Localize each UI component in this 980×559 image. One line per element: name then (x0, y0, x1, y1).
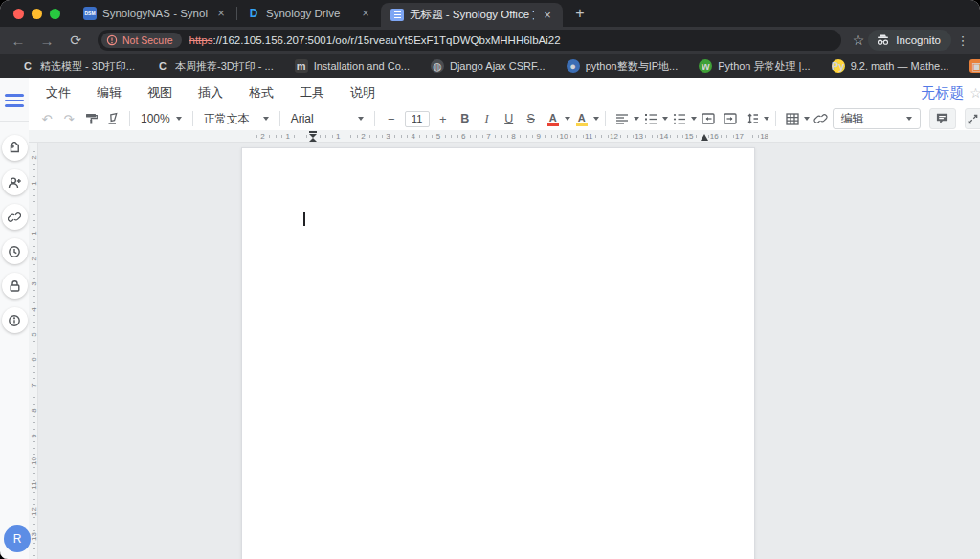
ruler-tick (357, 135, 358, 138)
bookmark-star-icon[interactable]: ☆ (853, 33, 865, 48)
ruler-number: 10 (30, 457, 38, 466)
address-bar[interactable]: Not Secure https://162.105.156.207:5001/… (98, 30, 841, 51)
chevron-down-icon[interactable] (691, 117, 697, 121)
menu-file[interactable]: 文件 (46, 84, 71, 101)
font-family-select[interactable]: Arial (286, 109, 368, 129)
decrease-font-size-button[interactable]: − (381, 109, 402, 129)
document-info-button[interactable] (2, 307, 28, 333)
version-history-button[interactable] (2, 238, 28, 264)
bookmark-item[interactable]: Py9.2. math — Mathe... (824, 56, 957, 76)
clear-formatting-icon[interactable] (102, 109, 123, 129)
share-button[interactable] (2, 169, 28, 195)
user-avatar[interactable]: R (4, 525, 31, 552)
ruler-tick (33, 366, 35, 367)
ruler-number: 6 (461, 132, 465, 141)
ruler-tick (470, 135, 471, 138)
tab-synology-nas[interactable]: DSM SynologyNAS - Synology NAS × (74, 0, 236, 27)
tab-synology-drive[interactable]: D Synology Drive × (237, 0, 381, 27)
ruler-tick (33, 322, 35, 323)
italic-button[interactable]: I (477, 109, 498, 129)
share-link-button[interactable] (2, 204, 28, 230)
editing-mode-select[interactable]: 编辑 (833, 108, 921, 129)
tab-close-icon[interactable]: × (213, 6, 229, 21)
menu-edit[interactable]: 编辑 (97, 84, 122, 101)
maximize-window-button[interactable] (50, 9, 60, 19)
bookmark-item[interactable]: mInstallation and Co... (287, 56, 417, 76)
undo-icon[interactable]: ↶ (36, 109, 57, 129)
format-painter-icon[interactable] (80, 109, 101, 129)
ruler-tick (33, 416, 35, 417)
chevron-down-icon[interactable] (764, 117, 769, 121)
back-icon[interactable]: ← (6, 28, 31, 53)
ruler-tick (33, 548, 35, 549)
creality-icon: C (21, 59, 34, 73)
chevron-down-icon[interactable] (662, 117, 668, 121)
close-window-button[interactable] (13, 9, 24, 19)
chevron-down-icon[interactable] (804, 117, 810, 121)
chevron-down-icon[interactable] (565, 117, 570, 121)
paragraph-style-select[interactable]: 正常文本 (199, 109, 274, 129)
ruler-tick (696, 135, 697, 138)
reload-icon[interactable]: ⟳ (63, 28, 88, 53)
hamburger-menu-icon[interactable] (5, 86, 24, 115)
strikethrough-button[interactable]: S (521, 109, 542, 129)
font-size-input[interactable]: 11 (405, 111, 430, 127)
ruler-tick (645, 135, 646, 138)
fullscreen-button[interactable] (965, 108, 980, 129)
ruler-tick (33, 264, 35, 265)
new-tab-button[interactable]: + (568, 2, 591, 25)
protect-button[interactable] (2, 273, 28, 299)
menu-tools[interactable]: 工具 (300, 84, 324, 101)
redo-icon[interactable]: ↷ (58, 109, 79, 129)
tab-synology-office-active[interactable]: 无标题 - Synology Office 文档 × (381, 3, 563, 27)
bulleted-list-button[interactable] (669, 109, 690, 129)
numbered-list-button[interactable] (640, 109, 661, 129)
increase-indent-button[interactable] (720, 109, 741, 129)
bookmark-item[interactable]: wPython 异常处理 |... (691, 56, 817, 76)
not-secure-badge[interactable]: Not Secure (101, 33, 182, 48)
decrease-indent-button[interactable] (698, 109, 719, 129)
bookmark-item[interactable]: ▣General Template... (962, 56, 980, 76)
chevron-down-icon[interactable] (593, 117, 599, 121)
bookmark-item[interactable]: ●python整数与IP地... (559, 56, 686, 76)
indent-marker[interactable] (309, 131, 317, 142)
ruler-tick (33, 252, 35, 253)
underline-button[interactable]: U (499, 109, 520, 129)
comment-button[interactable] (929, 108, 956, 129)
incognito-badge: Incognito (868, 30, 951, 51)
favorite-star-icon[interactable]: ☆ (969, 85, 980, 101)
line-spacing-button[interactable] (742, 109, 763, 129)
document-page[interactable] (241, 147, 755, 559)
ruler-tick (426, 135, 427, 138)
text-color-button[interactable]: A (543, 109, 564, 129)
ruler-tick (33, 391, 35, 391)
tab-close-icon[interactable]: × (358, 6, 373, 21)
menu-view[interactable]: 视图 (147, 84, 172, 101)
insert-link-button[interactable] (811, 109, 832, 129)
align-button[interactable] (612, 109, 633, 129)
menu-help[interactable]: 说明 (350, 84, 375, 101)
bookmark-item[interactable]: C精选模型 - 3D打印... (13, 56, 143, 76)
horizontal-ruler[interactable]: 21123456789101112131415161718 (29, 130, 980, 143)
menu-insert[interactable]: 插入 (198, 84, 223, 101)
document-title[interactable]: 无标题 (921, 84, 964, 102)
label-tag-button[interactable] (2, 135, 28, 161)
ruler-tick (401, 135, 402, 138)
menu-format[interactable]: 格式 (249, 84, 274, 101)
bookmark-item[interactable]: ◍Django Ajax CSRF... (423, 56, 553, 76)
forward-icon[interactable]: → (34, 28, 59, 53)
chevron-down-icon[interactable] (634, 117, 639, 121)
insert-table-button[interactable] (782, 109, 803, 129)
highlight-color-button[interactable]: A (571, 109, 592, 129)
tab-close-icon[interactable]: × (540, 8, 555, 23)
ruler-tick (345, 135, 345, 138)
minimize-window-button[interactable] (32, 9, 42, 19)
bookmark-item[interactable]: C本周推荐-3D打印 - ... (148, 56, 281, 76)
browser-menu-icon[interactable]: ⋮ (955, 34, 970, 48)
left-sidebar: R (0, 78, 29, 559)
zoom-select[interactable]: 100% (136, 109, 187, 129)
bold-button[interactable]: B (455, 109, 476, 129)
vertical-ruler[interactable]: 2112345678910111213 (29, 143, 38, 559)
increase-font-size-button[interactable]: + (433, 109, 454, 129)
ruler-tick (33, 164, 35, 165)
